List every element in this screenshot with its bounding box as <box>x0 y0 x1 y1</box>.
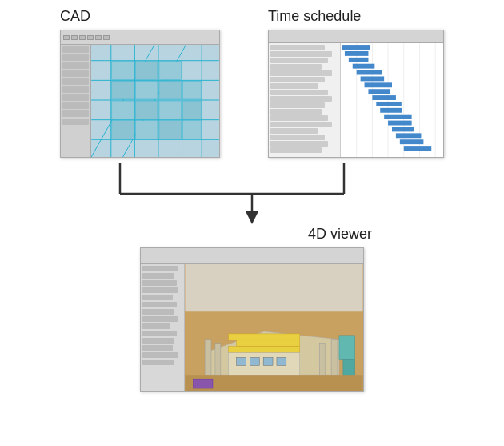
svg-rect-44 <box>376 102 402 106</box>
svg-rect-16 <box>112 81 134 99</box>
viewer-toolbar <box>141 248 363 264</box>
ts-label: Time schedule <box>268 8 361 25</box>
svg-rect-46 <box>384 115 411 119</box>
svg-rect-20 <box>112 101 134 119</box>
diagram-container: CAD <box>0 0 504 446</box>
svg-rect-18 <box>159 81 182 99</box>
svg-rect-15 <box>159 62 182 80</box>
cad-sidebar <box>61 45 91 157</box>
svg-rect-50 <box>400 139 424 144</box>
ts-gantt <box>341 43 443 157</box>
svg-rect-72 <box>339 336 355 360</box>
ts-rows <box>269 43 341 157</box>
svg-rect-47 <box>388 121 412 126</box>
svg-rect-69 <box>331 340 338 375</box>
svg-rect-71 <box>319 344 325 376</box>
svg-rect-49 <box>396 133 422 138</box>
top-row: CAD <box>0 8 504 158</box>
svg-rect-64 <box>237 358 246 366</box>
svg-rect-40 <box>361 76 385 81</box>
viewer-label-wrapper: 4D viewer <box>140 226 364 247</box>
svg-rect-42 <box>368 89 390 94</box>
svg-rect-41 <box>365 82 392 87</box>
cad-label: CAD <box>60 8 90 25</box>
bottom-row: 4D viewer <box>140 226 364 392</box>
svg-rect-43 <box>372 95 396 100</box>
cad-toolbar <box>61 30 219 45</box>
viewer-label: 4D viewer <box>308 226 372 243</box>
cad-wrapper: CAD <box>60 8 220 158</box>
svg-rect-25 <box>135 121 158 139</box>
svg-rect-58 <box>185 264 362 311</box>
svg-rect-17 <box>135 81 158 99</box>
svg-marker-56 <box>246 211 258 224</box>
svg-rect-36 <box>345 51 369 56</box>
svg-rect-48 <box>392 127 414 131</box>
svg-rect-75 <box>193 379 213 388</box>
svg-rect-37 <box>349 58 369 62</box>
arrow-area <box>0 162 504 226</box>
ts-screenshot <box>268 30 444 158</box>
svg-rect-60 <box>229 334 300 340</box>
svg-rect-22 <box>159 101 182 119</box>
ts-wrapper: Time schedule <box>268 8 444 158</box>
svg-rect-38 <box>353 64 375 69</box>
svg-rect-61 <box>237 340 300 347</box>
cad-screenshot <box>60 30 220 158</box>
svg-rect-62 <box>229 347 300 353</box>
viewer-3d-canvas <box>185 264 363 391</box>
svg-rect-39 <box>357 70 382 75</box>
svg-rect-67 <box>277 358 286 366</box>
svg-rect-35 <box>342 45 370 50</box>
svg-rect-14 <box>135 62 158 80</box>
svg-rect-65 <box>250 358 259 366</box>
svg-rect-73 <box>343 360 355 376</box>
svg-rect-70 <box>215 344 221 376</box>
svg-rect-19 <box>183 81 202 99</box>
svg-rect-27 <box>183 121 202 139</box>
svg-rect-24 <box>112 121 134 139</box>
svg-rect-45 <box>380 108 402 113</box>
svg-rect-26 <box>159 121 182 139</box>
flow-arrow <box>0 162 504 226</box>
ts-toolbar <box>269 30 443 43</box>
svg-rect-51 <box>404 146 431 151</box>
viewer-sidebar <box>141 264 185 391</box>
svg-rect-68 <box>205 340 211 375</box>
svg-rect-13 <box>112 62 134 80</box>
viewer-screenshot <box>140 247 364 392</box>
svg-rect-66 <box>263 358 273 366</box>
cad-canvas <box>91 45 219 157</box>
svg-rect-21 <box>135 101 158 119</box>
svg-rect-23 <box>183 101 202 119</box>
